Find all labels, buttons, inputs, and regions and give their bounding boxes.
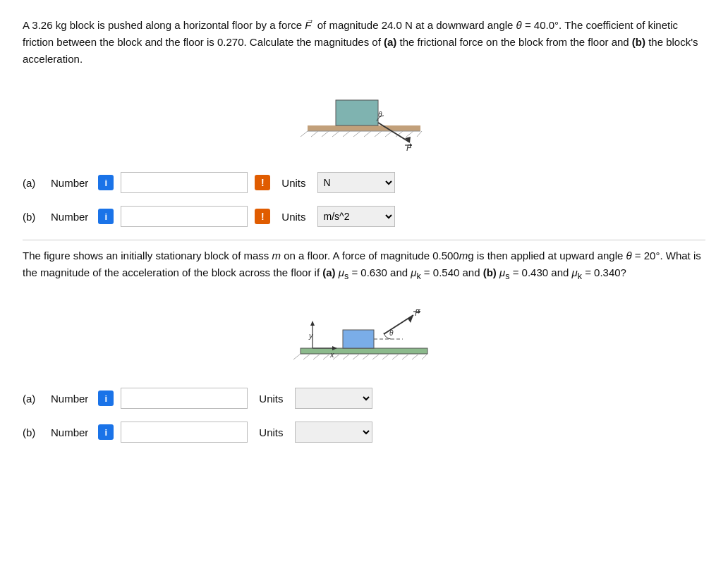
- units-select-a1[interactable]: N kN lb: [317, 172, 395, 193]
- svg-line-5: [332, 131, 339, 137]
- number-input-b1[interactable]: [121, 206, 248, 227]
- units-label-b2: Units: [259, 426, 283, 438]
- number-input-a1[interactable]: [121, 172, 248, 193]
- number-label-b: Number: [51, 211, 88, 223]
- number-label-a: Number: [51, 177, 88, 189]
- number-input-a2[interactable]: [121, 388, 248, 409]
- info-button-a2[interactable]: i: [98, 391, 114, 406]
- info-button-b2[interactable]: i: [98, 424, 114, 440]
- svg-line-25: [323, 354, 330, 359]
- svg-line-26: [333, 354, 340, 359]
- units-label-b1: Units: [281, 211, 305, 223]
- units-select-a2[interactable]: m/s^2 ft/s^2: [295, 388, 372, 409]
- svg-line-22: [293, 354, 301, 359]
- units-select-b1[interactable]: m/s^2 ft/s^2: [317, 206, 395, 227]
- svg-text:x: x: [329, 350, 334, 359]
- svg-line-8: [364, 131, 371, 137]
- section-divider: [23, 240, 705, 240]
- svg-line-35: [422, 354, 427, 359]
- svg-line-32: [392, 354, 399, 359]
- units-select-b2[interactable]: m/s^2 ft/s^2: [295, 422, 372, 443]
- svg-text:y: y: [308, 331, 314, 340]
- svg-line-28: [353, 354, 360, 359]
- diagram1: θ F: [23, 75, 705, 159]
- problem1-text: A 3.26 kg block is pushed along a horizo…: [23, 17, 705, 68]
- svg-line-10: [385, 131, 392, 137]
- units-label-a2: Units: [259, 393, 283, 405]
- problem2-part-a-row: (a) Number i Units m/s^2 ft/s^2: [23, 388, 705, 409]
- svg-line-3: [311, 131, 318, 137]
- svg-line-23: [303, 354, 310, 359]
- svg-line-34: [412, 354, 419, 359]
- problem2-part-b-row: (b) Number i Units m/s^2 ft/s^2: [23, 422, 705, 443]
- svg-line-7: [353, 131, 360, 137]
- exclaim-button-b1[interactable]: !: [255, 209, 270, 224]
- svg-marker-38: [310, 321, 315, 326]
- info-button-a1[interactable]: i: [98, 175, 114, 190]
- svg-line-13: [417, 131, 422, 137]
- info-button-b1[interactable]: i: [98, 209, 114, 224]
- svg-line-30: [372, 354, 380, 359]
- svg-rect-14: [336, 100, 378, 125]
- p2-part-a-label: (a): [23, 393, 44, 405]
- part-b-label: (b): [23, 211, 44, 223]
- svg-line-27: [343, 354, 350, 359]
- svg-line-24: [313, 354, 320, 359]
- svg-rect-0: [308, 125, 420, 131]
- number-input-b2[interactable]: [121, 422, 248, 443]
- svg-rect-21: [301, 348, 427, 354]
- p2-number-label-b: Number: [51, 426, 88, 438]
- svg-line-29: [363, 354, 370, 359]
- problem2-text: The figure shows an initially stationary…: [23, 247, 705, 283]
- svg-text:F: F: [415, 308, 420, 318]
- svg-text:θ: θ: [378, 111, 382, 118]
- problem1-part-b-row: (b) Number i ! Units m/s^2 ft/s^2: [23, 206, 705, 227]
- diagram2: y x θ F: [23, 290, 705, 375]
- exclaim-button-a1[interactable]: !: [255, 175, 270, 190]
- units-label-a1: Units: [281, 177, 305, 189]
- svg-line-4: [322, 131, 329, 137]
- problem1-part-a-row: (a) Number i ! Units N kN lb: [23, 172, 705, 193]
- svg-line-9: [375, 131, 382, 137]
- svg-rect-42: [343, 330, 374, 348]
- p2-part-b-label: (b): [23, 426, 44, 438]
- svg-line-6: [343, 131, 350, 137]
- svg-line-12: [406, 131, 413, 137]
- svg-line-2: [301, 131, 308, 137]
- part-a-label: (a): [23, 177, 44, 189]
- svg-line-31: [382, 354, 389, 359]
- svg-line-33: [402, 354, 409, 359]
- p2-number-label-a: Number: [51, 393, 88, 405]
